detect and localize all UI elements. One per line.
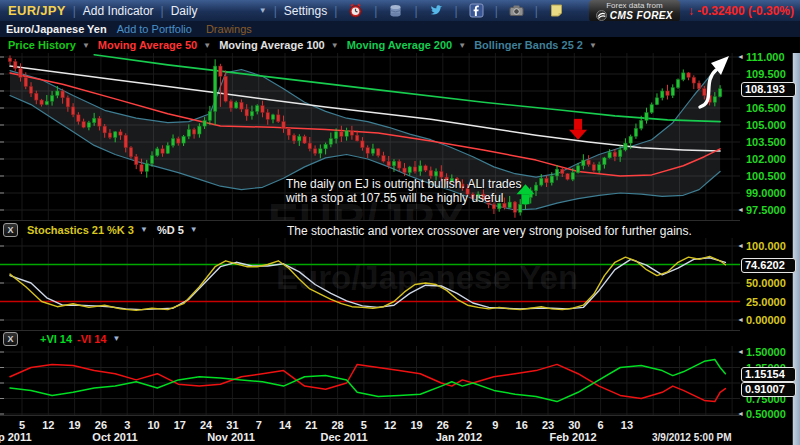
sell-arrow-marker [569,119,587,140]
chevron-down-icon: ▼ [331,41,339,50]
time-tick-label: 5 [353,419,375,431]
chevron-down-icon: ▼ [190,225,198,234]
time-tick-label: 12 [37,419,59,431]
time-tick-label: 30 [563,419,585,431]
time-axis: 3/9/2012 5:00 PM 51219263101724317142128… [0,416,740,445]
month-label: Nov 2011 [199,431,263,443]
time-tick-label: 24 [195,419,217,431]
indicator-ma100[interactable]: Moving Average 100▼ [219,39,338,51]
time-tick-label: 26 [432,419,454,431]
time-tick-label: 26 [90,419,112,431]
time-tick-label: 3 [116,419,138,431]
time-tick-label: 5 [11,419,33,431]
time-tick-label: 2 [458,419,480,431]
stochastics-d-label[interactable]: %D 5▼ [157,224,198,236]
month-label: Jan 2012 [427,431,491,443]
trading-app-window: EUR/JPYEuro/Japanese Yen EUR/JPY | Add I… [0,0,800,445]
indicator-bollinger[interactable]: Bollinger Bands 25 2▼ [474,39,597,51]
time-tick-label: 7 [248,419,270,431]
time-tick-label: 16 [511,419,533,431]
time-tick-label: 13 [616,419,638,431]
chevron-down-icon: ▼ [82,41,90,50]
time-tick-label: 31 [221,419,243,431]
close-vortex-button[interactable]: X [3,332,18,346]
month-label: Feb 2012 [541,431,605,443]
chevron-down-icon: ▼ [140,225,148,234]
time-tick-label: 19 [406,419,428,431]
indicator-price-history[interactable]: Price History▼ [8,39,90,51]
indicator-ma200[interactable]: Moving Average 200▼ [347,39,466,51]
indicator-ma50[interactable]: Moving Average 50▼ [98,39,211,51]
chevron-down-icon: ▼ [458,41,466,50]
time-tick-label: 28 [327,419,349,431]
chevron-down-icon: ▼ [112,334,120,343]
time-tick-label: 14 [274,419,296,431]
time-tick-label: 12 [379,419,401,431]
stochastics-annotation-text: The stochastic and vortex crossover are … [287,224,692,238]
vi-plus-label[interactable]: +VI 14 [40,333,72,345]
indicator-legend-bar: Price History▼ Moving Average 50▼ Moving… [0,37,800,53]
time-tick-label: 9 [484,419,506,431]
close-stochastics-button[interactable]: X [3,223,18,237]
stochastics-label[interactable]: Stochastics 21 %K 3▼ [27,224,148,236]
chevron-down-icon: ▼ [589,41,597,50]
time-tick-label: 10 [143,419,165,431]
pane-separator[interactable] [0,220,740,221]
month-label: Sep 2011 [0,431,40,443]
month-label: Oct 2011 [83,431,147,443]
chevron-down-icon: ▼ [203,41,211,50]
chart-annotation-text: The daily on EJ is outright bullish. ALl… [286,177,521,205]
vortex-pane-header: X +VI 14 -VI 14▼ [0,331,740,346]
time-tick-label: 17 [169,419,191,431]
time-tick-label: 6 [590,419,612,431]
time-tick-label: 21 [300,419,322,431]
time-tick-label: 23 [537,419,559,431]
time-tick-label: 19 [64,419,86,431]
month-label: Dec 2011 [312,431,376,443]
vi-minus-label[interactable]: -VI 14▼ [77,333,120,345]
last-update-timestamp: 3/9/2012 5:00 PM [652,432,732,443]
